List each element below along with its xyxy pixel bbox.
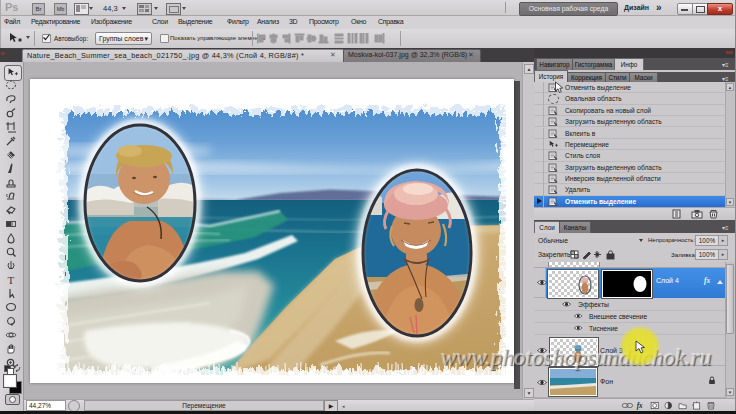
svg-text:fx: fx (637, 402, 643, 410)
svg-text:T: T (8, 274, 15, 286)
